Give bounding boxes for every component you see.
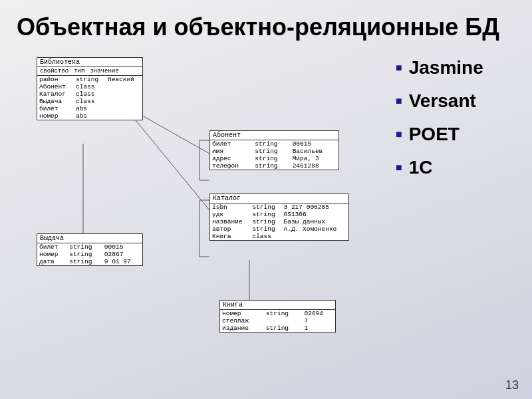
bullet-1c: 1С	[396, 157, 515, 178]
bullet-label: POET	[409, 124, 460, 145]
svg-line-0	[133, 110, 209, 154]
table-row: номерstring02694	[220, 310, 335, 317]
table-row: имяstringВасильев	[210, 148, 338, 155]
slide-title: Объектная и объектно-реляционные БД	[17, 13, 515, 41]
bullet-label: Versant	[409, 90, 476, 112]
bullet-versant: Versant	[396, 90, 515, 112]
slide: Объектная и объектно-реляционные БД	[0, 0, 532, 399]
table-row: названиеstringБазы данных	[210, 218, 348, 225]
diagram-area: Библиотека свойствотипзначение районstri…	[17, 51, 389, 310]
table-row: билетabs	[37, 105, 142, 112]
table-row: номерstring02867	[37, 251, 142, 258]
bullet-poet: POET	[396, 124, 515, 145]
bullet-label: 1С	[409, 157, 433, 178]
table-row: билетstring00015	[37, 243, 142, 251]
bullet-label: Jasmine	[409, 57, 483, 78]
table-row: Выдачаclass	[37, 98, 142, 105]
table-row: билетstring00015	[210, 140, 338, 148]
kniga-box: Книга номерstring02694 стеллаж7 изданиеs…	[219, 300, 336, 332]
abonent-title: Абонент	[210, 131, 338, 140]
table-row: isbnstring3 217 006285	[210, 203, 348, 211]
table-row: Абонентclass	[37, 83, 142, 90]
vydacha-box: Выдача билетstring00015 номерstring02867…	[37, 233, 143, 266]
biblioteka-box: Библиотека свойствотипзначение районstri…	[37, 57, 143, 120]
table-row: районstringНевский	[37, 76, 142, 83]
biblioteka-header: свойствотипзначение	[37, 67, 142, 76]
table-row: стеллаж7	[220, 317, 335, 325]
table-row: адресstringМира, 3	[210, 155, 338, 162]
kniga-title: Книга	[220, 301, 335, 310]
biblioteka-title: Библиотека	[37, 58, 142, 67]
table-row: номерabs	[37, 112, 142, 120]
page-number: 13	[505, 378, 519, 392]
table-row: Книгаclass	[210, 233, 348, 240]
abonent-box: Абонент билетstring00015 имяstringВасиль…	[209, 130, 339, 170]
table-row: телефонstring2461288	[210, 162, 338, 170]
katalog-title: Каталог	[210, 194, 348, 203]
table-row: авторstringА.Д. Хомоненко	[210, 225, 348, 233]
vydacha-title: Выдача	[37, 234, 142, 243]
table-row: удкstring6S1306	[210, 211, 348, 218]
svg-line-1	[133, 117, 209, 210]
table-row: датаstring9 01 97	[37, 258, 142, 265]
right-panel: Jasmine Versant POET 1С	[396, 51, 515, 310]
table-row: Каталогclass	[37, 90, 142, 98]
bullet-jasmine: Jasmine	[396, 57, 515, 78]
katalog-box: Каталог isbnstring3 217 006285 удкstring…	[209, 194, 349, 241]
content-area: Библиотека свойствотипзначение районstri…	[17, 51, 515, 310]
table-row: изданиеstring1	[220, 325, 335, 332]
bullet-list: Jasmine Versant POET 1С	[396, 57, 515, 178]
